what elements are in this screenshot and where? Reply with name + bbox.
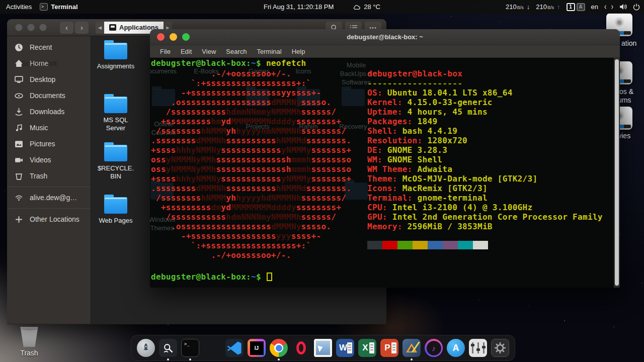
palette-swatch-6	[458, 241, 473, 249]
trash-can-icon	[20, 326, 39, 347]
menu-help[interactable]: Help	[287, 48, 310, 55]
menu-terminal[interactable]: Terminal	[252, 48, 287, 55]
dock-word[interactable]: W	[336, 338, 355, 357]
palette-swatch-2	[397, 241, 413, 249]
sidebar-item-downloads[interactable]: Downloads	[7, 104, 91, 120]
dock-intellij[interactable]: IJ	[247, 338, 266, 357]
neofetch-info: debugster@black-box ------------------- …	[367, 69, 603, 231]
running-indicator-dot	[411, 358, 413, 360]
clock[interactable]: Fri Aug 31, 11:20:18 PM	[264, 3, 334, 11]
power-menu[interactable]	[633, 4, 640, 11]
scrollbar-thumb[interactable]	[615, 59, 619, 286]
sidebar-item-other-locations[interactable]: Other Locations	[7, 211, 91, 227]
dock-file-search[interactable]	[158, 338, 178, 357]
dock-excel[interactable]: X	[358, 338, 377, 357]
speaker-icon	[619, 4, 627, 10]
dock-chrome[interactable]	[269, 338, 288, 357]
folder-icon	[104, 145, 127, 161]
trash-desktop-icon[interactable]: Trash	[10, 326, 48, 357]
sidebar-item-network-share[interactable]: alive.dew@g…	[7, 190, 91, 206]
sidebar-item-documents[interactable]: Documents	[7, 87, 91, 104]
running-indicator-dot	[167, 358, 169, 360]
ghost-label-screenshot: Screenshot	[21, 59, 57, 67]
sidebar-item-videos[interactable]: Videos	[7, 152, 91, 168]
upload-arrow-icon: ↑	[557, 3, 560, 11]
plus-icon	[15, 215, 23, 224]
sidebar-item-desktop[interactable]: Desktop	[7, 71, 91, 87]
terminal-title: debugster@black-box: ~	[150, 33, 620, 41]
desktop-icon	[15, 75, 23, 84]
terminal-titlebar[interactable]: debugster@black-box: ~	[150, 29, 620, 45]
files-window-controls[interactable]	[15, 24, 47, 31]
dock: >_ IJ W X P ♪ A	[131, 335, 515, 361]
minimize-button[interactable]	[27, 24, 35, 31]
palette-swatch-5	[443, 241, 458, 249]
dock-settings[interactable]	[491, 338, 510, 357]
dock-powerpoint[interactable]: P	[380, 338, 399, 357]
net-speed-up[interactable]: 210B/s ↑	[536, 3, 560, 11]
dock-music[interactable]: ♪	[424, 338, 443, 357]
terminal-screen[interactable]: DocumentsE-BooksGamesIconsMobile BackUps…	[150, 58, 620, 288]
path-prev-button[interactable]: ◀	[96, 22, 104, 34]
terminal-menubar: FileEditViewSearchTerminalHelp	[150, 45, 620, 58]
menu-file[interactable]: File	[155, 48, 176, 55]
trash-icon	[15, 172, 23, 180]
keyboard-indicator[interactable]: A	[577, 3, 585, 11]
typed-command: neofetch	[266, 58, 306, 68]
folder-item-ms-sql-server[interactable]: MS SQL Server	[95, 97, 137, 132]
palette-swatch-1	[382, 241, 397, 249]
dock-equalizer[interactable]	[468, 338, 488, 357]
cloud-icon	[353, 4, 361, 10]
opera-icon	[292, 339, 310, 357]
terminal-cursor	[267, 273, 272, 281]
dock-draw[interactable]	[402, 338, 421, 357]
dock-terminal[interactable]: >_	[181, 338, 200, 357]
music-icon: ♪	[425, 339, 443, 357]
terminal-color-palette	[367, 241, 488, 249]
net-speed-down[interactable]: 210B/s ↓	[506, 3, 530, 11]
terminal-window: debugster@black-box: ~ FileEditViewSearc…	[150, 29, 620, 288]
dock-mail[interactable]	[313, 338, 333, 357]
forward-button[interactable]: ›	[75, 22, 89, 34]
workspace-indicator[interactable]: 1	[567, 3, 575, 11]
sidebar-item-recent[interactable]: Recent	[7, 39, 91, 55]
desktop: ation Audios & Albums Movies Trash ‹ › ◀…	[0, 0, 644, 362]
music-note-icon	[15, 124, 23, 132]
volume-indicator[interactable]	[619, 4, 627, 10]
folder-icon	[104, 197, 127, 214]
folder-item-web-pages[interactable]: Web Pages	[95, 197, 137, 225]
weather-indicator[interactable]: 28 °C	[353, 3, 380, 11]
sidebar-item-pictures[interactable]: Pictures	[7, 136, 91, 152]
menu-view[interactable]: View	[197, 48, 221, 55]
resize-arrows-indicator[interactable]	[604, 5, 613, 10]
prompt-line-bottom: debugster@black-box:~$	[151, 272, 272, 282]
dock-opera[interactable]	[291, 338, 310, 357]
palette-swatch-4	[428, 241, 443, 249]
folder-icon	[104, 43, 127, 59]
sidebar-item-music[interactable]: Music	[7, 120, 91, 136]
activities-button[interactable]: Activities	[6, 3, 32, 11]
close-button[interactable]	[15, 24, 23, 31]
folder-item-recycle-bin[interactable]: $RECYCLE.BIN	[95, 145, 137, 180]
folder-item-assignments[interactable]: Assignments	[95, 43, 137, 70]
focused-app[interactable]: > Terminal	[40, 3, 77, 11]
dock-appstore[interactable]: A	[446, 338, 465, 357]
trash-label: Trash	[10, 349, 48, 357]
back-button[interactable]: ‹	[60, 22, 73, 34]
menu-search[interactable]: Search	[221, 48, 252, 55]
dock-vscode[interactable]	[225, 338, 244, 357]
sidebar-item-trash[interactable]: Trash	[7, 168, 91, 184]
dock-office[interactable]	[203, 338, 222, 357]
intellij-icon: IJ	[248, 339, 266, 357]
picture-icon	[15, 140, 23, 148]
terminal-scrollbar[interactable]	[614, 58, 620, 288]
excel-icon: X	[358, 339, 376, 357]
dock-launchpad[interactable]	[136, 338, 155, 357]
neofetch-ascii-logo: .-/+oossssoo+/-. `:+ssssssssssssssssss+:…	[151, 69, 351, 260]
maximize-button[interactable]	[39, 24, 47, 31]
menu-edit[interactable]: Edit	[176, 48, 197, 55]
download-arrow-icon: ↓	[527, 3, 530, 11]
input-language[interactable]: en	[591, 3, 598, 11]
prompt-line-top: debugster@black-box:~$ neofetch	[151, 58, 306, 68]
drive-label-1[interactable]: ation	[621, 39, 644, 48]
